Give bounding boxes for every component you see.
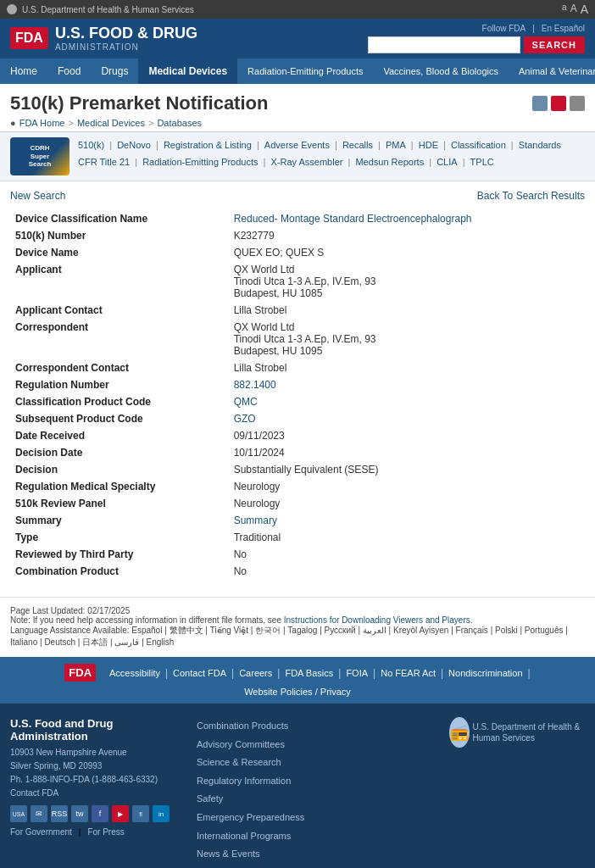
footer-fda-logo: FDA	[64, 664, 96, 682]
label-summary: Summary	[10, 512, 229, 529]
subnav-clia[interactable]: CLIA	[437, 157, 457, 167]
subnav-510k[interactable]: 510(k)	[78, 140, 104, 150]
rss-icon[interactable]: RSS	[51, 805, 68, 822]
mail-icon[interactable]: ✉	[31, 805, 47, 822]
twitter-icon[interactable]: tw	[71, 805, 88, 822]
nav-food[interactable]: Food	[47, 58, 91, 84]
subnav-recalls[interactable]: Recalls	[342, 140, 373, 150]
label-decision-date: Decision Date	[10, 444, 229, 461]
youtube-icon[interactable]: ▶	[112, 805, 129, 822]
subnav-classification[interactable]: Classification	[451, 140, 506, 150]
access-link[interactable]: Instructions for Downloading Viewers and…	[284, 615, 473, 625]
label-classification-code: Classification Product Code	[10, 393, 229, 410]
footer-nav-nofear[interactable]: No FEAR Act	[381, 668, 436, 678]
list-item: Safety	[197, 790, 432, 809]
subnav-pma[interactable]: PMA	[386, 140, 406, 150]
nav-animal[interactable]: Animal & Veterinary	[509, 58, 595, 84]
linkedin-icon[interactable]: in	[153, 805, 170, 822]
label-combination: Combination Product	[10, 563, 229, 580]
for-government-link[interactable]: For Government	[10, 827, 72, 837]
subnav-cfr21[interactable]: CFR Title 21	[78, 157, 130, 167]
value-regulation-number: 882.1400	[229, 376, 585, 393]
subnav-standards[interactable]: Standards	[519, 140, 561, 150]
footer-nav-policies[interactable]: Website Policies / Privacy	[244, 687, 351, 697]
nav-vaccines[interactable]: Vaccines, Blood & Biologics	[373, 58, 509, 84]
label-correspondent: Correspondent	[10, 319, 229, 359]
subnav-denovo[interactable]: DeNovo	[117, 140, 151, 150]
footer-safety-link[interactable]: Safety	[197, 793, 223, 804]
language-assistance: Language Assistance Available: Español |…	[10, 625, 585, 648]
search-controls: New Search Back To Search Results	[10, 190, 585, 202]
footer-regulatory-link[interactable]: Regulatory Information	[197, 776, 291, 786]
main-nav: Home Food Drugs Medical Devices Radiatio…	[0, 58, 595, 84]
en-espanol-link[interactable]: En Español	[542, 24, 585, 33]
breadcrumb-medical-devices[interactable]: Medical Devices	[77, 118, 145, 128]
device-classification-link[interactable]: Reduced- Montage Standard Electroencepha…	[234, 213, 472, 225]
footer-news-link[interactable]: News & Events	[197, 849, 260, 859]
nav-radiation[interactable]: Radiation-Emitting Products	[237, 58, 373, 84]
font-small[interactable]: a	[562, 3, 567, 16]
header: FDA U.S. FOOD & DRUG ADMINISTRATION Foll…	[0, 19, 595, 58]
footer-left: U.S. Food and Drug Administration 10903 …	[10, 717, 180, 868]
nav-home[interactable]: Home	[0, 58, 47, 84]
subnav-radiation[interactable]: Radiation-Emitting Products	[142, 157, 258, 167]
last-updated: Page Last Updated: 02/17/2025	[10, 606, 585, 615]
sub-nav-logo: CDRHSuperSearch	[10, 137, 70, 175]
footer-nav-careers[interactable]: Careers	[239, 668, 272, 678]
flickr-icon[interactable]: fl	[132, 805, 149, 822]
value-summary: Summary	[229, 512, 585, 529]
table-row: Reviewed by Third Party No	[10, 546, 585, 563]
search-bar: SEARCH	[368, 36, 585, 53]
font-large[interactable]: A	[581, 3, 588, 16]
footer-nav-nondiscrimination[interactable]: Nondiscrimination	[448, 668, 522, 678]
footer-intl-link[interactable]: International Programs	[197, 831, 291, 841]
footer-advisory-link[interactable]: Advisory Committees	[197, 739, 285, 749]
search-input[interactable]	[368, 36, 520, 53]
usagov-icon[interactable]: USA	[10, 805, 27, 822]
facebook-icon[interactable]: f	[92, 805, 108, 822]
print-icon[interactable]	[532, 96, 548, 111]
search-button[interactable]: SEARCH	[524, 36, 585, 53]
footer-combination-link[interactable]: Combination Products	[197, 721, 288, 731]
follow-fda-link[interactable]: Follow FDA	[482, 24, 526, 33]
summary-link[interactable]: Summary	[234, 515, 277, 526]
value-third-party: No	[229, 546, 585, 563]
footer-emergency-link[interactable]: Emergency Preparedness	[197, 812, 304, 822]
label-subsequent-code: Subsequent Product Code	[10, 410, 229, 427]
value-subsequent-code: GZO	[229, 410, 585, 427]
footer-nav-foia[interactable]: FOIA	[346, 668, 368, 678]
subnav-xray[interactable]: X-Ray Assembler	[270, 157, 342, 167]
subsequent-code-link[interactable]: GZO	[234, 413, 256, 425]
email-icon[interactable]	[570, 96, 585, 111]
footer-nav: FDA Accessibility | Contact FDA | Career…	[0, 657, 595, 704]
for-press-link[interactable]: For Press	[87, 827, 124, 837]
footer-nav-basics[interactable]: FDA Basics	[285, 668, 333, 678]
value-applicant: QX World LtdTinodi Utca 1-3 A.Ep, IV.Em,…	[229, 261, 585, 302]
footer-science-link[interactable]: Science & Research	[197, 757, 281, 767]
regulation-number-link[interactable]: 882.1400	[234, 379, 276, 391]
new-search-link[interactable]: New Search	[10, 190, 65, 202]
header-links: Follow FDA | En Español	[482, 24, 585, 33]
subnav-registration[interactable]: Registration & Listing	[164, 140, 252, 150]
subnav-tplc[interactable]: TPLC	[470, 157, 494, 167]
subnav-medsun[interactable]: Medsun Reports	[355, 157, 424, 167]
font-medium[interactable]: A	[570, 3, 577, 16]
footer-links-list: Combination Products Advisory Committees…	[197, 717, 432, 868]
breadcrumb-fda-home[interactable]: FDA Home	[19, 118, 65, 128]
footer-nav-accessibility[interactable]: Accessibility	[109, 668, 160, 678]
font-size-controls: a A A	[562, 3, 588, 16]
back-to-results-link[interactable]: Back To Search Results	[477, 190, 585, 202]
subnav-adverse[interactable]: Adverse Events	[264, 140, 330, 150]
nav-medical-devices[interactable]: Medical Devices	[138, 58, 237, 84]
classification-code-link[interactable]: QMC	[234, 396, 258, 408]
table-row: Decision Substantially Equivalent (SESE)	[10, 461, 585, 478]
pdf-icon[interactable]	[551, 96, 566, 111]
footer-nav-contact[interactable]: Contact FDA	[173, 668, 226, 678]
sub-nav-links: 510(k) | DeNovo | Registration & Listing…	[10, 137, 585, 171]
nav-drugs[interactable]: Drugs	[91, 58, 138, 84]
breadcrumb-databases[interactable]: Databases	[157, 118, 202, 128]
subnav-hde[interactable]: HDE	[419, 140, 438, 150]
contact-fda-link[interactable]: Contact FDA	[10, 788, 58, 798]
bullet-icon: ●	[10, 118, 16, 128]
sub-nav: CDRHSuperSearch 510(k) | DeNovo | Regist…	[0, 132, 595, 181]
